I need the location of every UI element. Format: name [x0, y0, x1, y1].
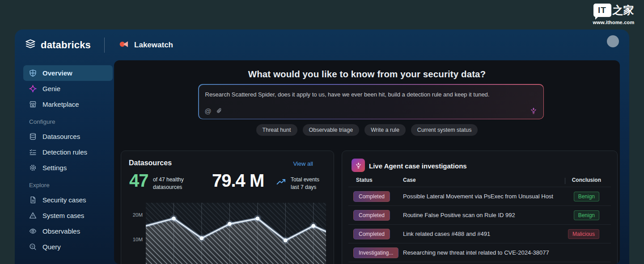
sidebar-item-label: Query — [42, 243, 61, 251]
column-case: Case — [403, 177, 416, 183]
ithome-logo-icon: IT — [593, 4, 611, 17]
app-window: databricks Lakewatch Overview — [15, 29, 629, 264]
healthy-count: 47 — [129, 171, 148, 191]
agent-icon — [352, 159, 365, 172]
conclusion-badge: Benign — [574, 192, 599, 201]
sidebar-item-overview[interactable]: Overview — [23, 65, 113, 81]
sidebar-item-label: Overview — [42, 69, 72, 77]
eye-icon — [29, 227, 37, 235]
shield-grid-icon — [29, 69, 37, 77]
datasources-card-title: Datasources — [129, 159, 172, 167]
prompt-input-border: Research Scattered Spider, does it apply… — [198, 84, 544, 119]
sidebar-item-genie[interactable]: Genie — [23, 81, 113, 96]
sidebar: Overview Genie — [23, 65, 113, 255]
header-divider — [104, 38, 105, 53]
sidebar-item-marketplace[interactable]: Marketplace — [23, 96, 113, 112]
ithome-watermark: IT 之家 www.ithome.com — [592, 4, 635, 25]
sidebar-item-settings[interactable]: Settings — [23, 160, 113, 176]
sidebar-section-explore: Explore — [23, 176, 113, 192]
sidebar-item-detection-rules[interactable]: Detection rules — [23, 144, 113, 160]
datasources-card: Datasources View all 47 of 47 healthy da… — [121, 151, 334, 264]
warning-triangle-icon — [29, 212, 37, 219]
sidebar-item-system-cases[interactable]: System cases — [23, 208, 113, 223]
table-row[interactable]: Completed Link related cases #488 and #4… — [342, 224, 617, 243]
send-agent-icon[interactable] — [530, 107, 538, 115]
status-badge: Investigating... — [353, 247, 398, 258]
events-caption: Total events last 7 days — [291, 176, 319, 191]
databricks-brand[interactable]: databricks — [25, 39, 91, 51]
trend-up-icon — [276, 179, 286, 188]
gear-icon — [29, 164, 37, 172]
column-conclusion: Conclusion — [572, 177, 601, 183]
prompt-input-value[interactable]: Research Scattered Spider, does it apply… — [205, 91, 525, 98]
case-title: Link related cases #488 and #491 — [403, 230, 490, 237]
case-title: Researching new threat intel related to … — [403, 249, 549, 256]
conclusion-badge: Benign — [574, 210, 599, 220]
query-magnifier-icon — [29, 243, 37, 251]
status-badge: Completed — [353, 229, 390, 239]
sidebar-item-label: Security cases — [42, 196, 86, 204]
y-tick-10m: 10M — [127, 237, 143, 242]
chip-write-a-rule[interactable]: Write a rule — [364, 124, 406, 136]
attachment-icon[interactable] — [216, 108, 223, 114]
chip-observable-triage[interactable]: Observable triage — [303, 124, 360, 136]
sidebar-item-label: Marketplace — [42, 101, 79, 108]
ithome-cjk-text: 之家 — [613, 5, 634, 16]
brand-name: databricks — [41, 39, 91, 51]
prompt-input[interactable]: Research Scattered Spider, does it apply… — [199, 85, 543, 119]
case-title: Possible Lateral Movement via PsExec fro… — [403, 193, 553, 200]
column-divider — [565, 178, 565, 184]
agent-card-title: Live Agent case investigations — [369, 162, 467, 170]
conclusion-badge: Malicious — [568, 229, 599, 239]
sidebar-item-observables[interactable]: Observables — [23, 223, 113, 239]
lakewatch-brand[interactable]: Lakewatch — [118, 39, 173, 51]
sidebar-item-label: Settings — [42, 164, 67, 172]
table-header: Status Case Conclusion — [342, 177, 617, 187]
status-badge: Completed — [353, 191, 390, 202]
table-row[interactable]: Investigating... Researching new threat … — [342, 243, 617, 262]
sidebar-item-label: Observables — [42, 227, 80, 235]
healthy-caption: of 47 healthy datasources — [153, 176, 184, 191]
sidebar-item-label: Genie — [42, 85, 60, 92]
app-name: Lakewatch — [134, 41, 173, 50]
lakewatch-logo-icon — [118, 39, 130, 51]
checklist-icon — [29, 148, 37, 156]
column-status: Status — [356, 177, 373, 183]
sidebar-item-label: Detection rules — [42, 148, 87, 156]
events-total: 79.4 M — [212, 171, 264, 191]
storefront-icon — [29, 101, 37, 108]
mention-icon[interactable]: @ — [205, 108, 212, 114]
user-avatar[interactable] — [607, 35, 619, 47]
suggestion-chips: Threat hunt Observable triage Write a ru… — [114, 124, 620, 136]
events-chart — [146, 203, 326, 264]
ithome-url: www.ithome.com — [592, 20, 635, 25]
sidebar-section-configure: Configure — [23, 112, 113, 129]
agent-investigations-card: Live Agent case investigations Status Ca… — [342, 151, 618, 264]
view-all-link[interactable]: View all — [293, 160, 313, 167]
database-icon — [29, 133, 37, 140]
main-panel: What would you like to know from your se… — [114, 60, 620, 264]
table-row[interactable]: Completed Routine False Positive scan on… — [342, 205, 617, 224]
window-header: databricks Lakewatch — [15, 29, 629, 60]
genie-sparkle-icon — [29, 85, 37, 92]
hero-title: What would you like to know from your se… — [114, 69, 620, 80]
table-row[interactable]: Completed Possible Lateral Movement via … — [342, 187, 617, 205]
sidebar-item-datasources[interactable]: Datasources — [23, 129, 113, 144]
sidebar-item-label: System cases — [42, 212, 84, 219]
sidebar-item-label: Datasources — [42, 133, 80, 140]
databricks-logo-icon — [25, 39, 36, 51]
y-tick-20m: 20M — [127, 212, 143, 218]
chip-current-system-status[interactable]: Current system status — [411, 124, 478, 136]
status-badge: Completed — [353, 210, 390, 221]
sidebar-item-query[interactable]: Query — [23, 239, 113, 255]
chip-threat-hunt[interactable]: Threat hunt — [256, 124, 297, 136]
document-icon — [29, 196, 37, 204]
sidebar-item-security-cases[interactable]: Security cases — [23, 192, 113, 208]
case-title: Routine False Positive scan on Rule ID 9… — [403, 212, 515, 218]
